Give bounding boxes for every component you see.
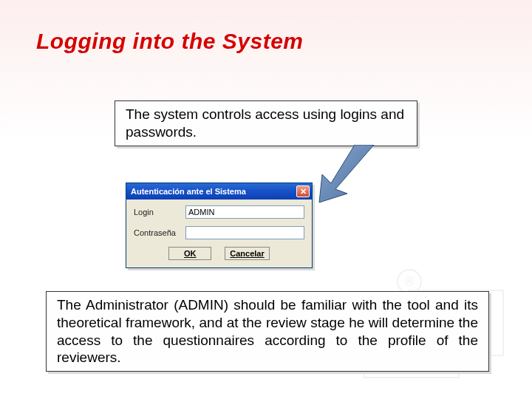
login-input[interactable]	[185, 205, 304, 219]
dialog-buttons: OK Cancelar	[134, 247, 304, 260]
intro-text: The system controls access using logins …	[115, 100, 417, 146]
login-label: Login	[134, 208, 185, 216]
close-icon[interactable]: ✕	[296, 185, 310, 197]
svg-marker-0	[319, 145, 374, 202]
cancel-button[interactable]: Cancelar	[225, 247, 269, 260]
dialog-titlebar: Autenticación ante el Sistema ✕	[126, 183, 312, 200]
dialog-body: Login Contraseña OK Cancelar	[126, 200, 312, 267]
password-label: Contraseña	[134, 228, 185, 237]
password-input[interactable]	[185, 226, 304, 239]
slide: Logging into the System The system contr…	[0, 0, 532, 399]
dialog-title: Autenticación ante el Sistema	[131, 187, 296, 196]
login-row: Login	[134, 205, 304, 219]
page-title: Logging into the System	[35, 28, 497, 55]
admin-note-text: The Administrator (ADMIN) should be fami…	[46, 291, 489, 372]
ok-button[interactable]: OK	[168, 247, 211, 260]
password-row: Contraseña	[134, 226, 304, 239]
arrow-icon	[310, 145, 384, 204]
login-dialog: Autenticación ante el Sistema ✕ Login Co…	[126, 183, 313, 268]
